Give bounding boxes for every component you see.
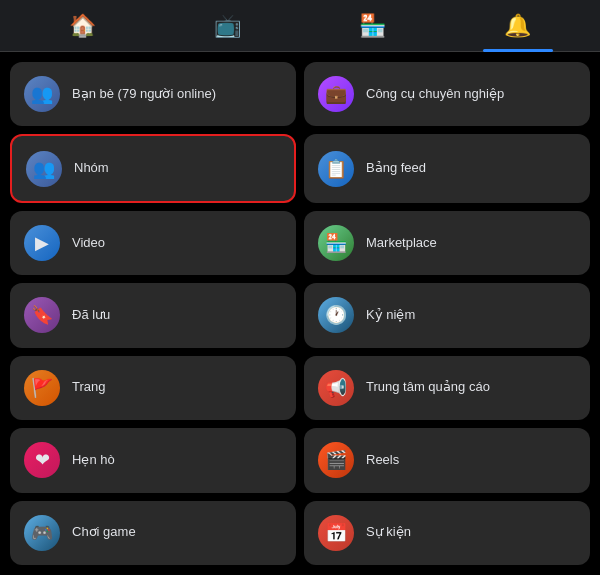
ads-icon: 📢	[318, 370, 354, 406]
saved-icon: 🔖	[24, 297, 60, 333]
friends-icon: 👥	[24, 76, 60, 112]
events-label: Sự kiện	[366, 524, 411, 541]
home-icon: 🏠	[69, 13, 96, 39]
memories-label: Kỷ niệm	[366, 307, 415, 324]
menu-item-professional[interactable]: 💼 Công cụ chuyên nghiệp	[304, 62, 590, 126]
nav-item-notifications[interactable]: 🔔	[483, 4, 553, 48]
professional-icon: 💼	[318, 76, 354, 112]
professional-label: Công cụ chuyên nghiệp	[366, 86, 504, 103]
marketplace-icon: 🏪	[318, 225, 354, 261]
groups-icon: 👥	[26, 151, 62, 187]
friends-label: Bạn bè (79 người online)	[72, 86, 216, 103]
dating-label: Hẹn hò	[72, 452, 115, 469]
groups-label: Nhóm	[74, 160, 109, 177]
menu-item-feed[interactable]: 📋 Bảng feed	[304, 134, 590, 202]
pages-icon: 🚩	[24, 370, 60, 406]
memories-icon: 🕐	[318, 297, 354, 333]
notifications-icon: 🔔	[504, 13, 531, 39]
marketplace-label: Marketplace	[366, 235, 437, 252]
menu-item-video[interactable]: ▶ Video	[10, 211, 296, 275]
feed-label: Bảng feed	[366, 160, 426, 177]
menu-item-dating[interactable]: ❤ Hẹn hò	[10, 428, 296, 492]
menu-item-ads[interactable]: 📢 Trung tâm quảng cáo	[304, 356, 590, 420]
dating-icon: ❤	[24, 442, 60, 478]
events-icon: 📅	[318, 515, 354, 551]
menu-item-memories[interactable]: 🕐 Kỷ niệm	[304, 283, 590, 347]
feed-icon: 📋	[318, 151, 354, 187]
menu-item-saved[interactable]: 🔖 Đã lưu	[10, 283, 296, 347]
nav-item-watch[interactable]: 📺	[193, 4, 263, 48]
top-nav: 🏠📺🏪🔔	[0, 0, 600, 52]
menu-item-reels[interactable]: 🎬 Reels	[304, 428, 590, 492]
gaming-icon: 🎮	[24, 515, 60, 551]
video-icon: ▶	[24, 225, 60, 261]
menu-item-gaming[interactable]: 🎮 Chơi game	[10, 501, 296, 565]
menu-item-groups[interactable]: 👥 Nhóm	[10, 134, 296, 202]
menu-item-marketplace[interactable]: 🏪 Marketplace	[304, 211, 590, 275]
video-label: Video	[72, 235, 105, 252]
watch-icon: 📺	[214, 13, 241, 39]
menu-item-pages[interactable]: 🚩 Trang	[10, 356, 296, 420]
pages-label: Trang	[72, 379, 105, 396]
reels-label: Reels	[366, 452, 399, 469]
marketplace-nav-icon: 🏪	[359, 13, 386, 39]
nav-item-home[interactable]: 🏠	[48, 4, 118, 48]
gaming-label: Chơi game	[72, 524, 136, 541]
saved-label: Đã lưu	[72, 307, 110, 324]
reels-icon: 🎬	[318, 442, 354, 478]
menu-grid: 👥 Bạn bè (79 người online) 💼 Công cụ chu…	[0, 52, 600, 575]
ads-label: Trung tâm quảng cáo	[366, 379, 490, 396]
nav-item-marketplace-nav[interactable]: 🏪	[338, 4, 408, 48]
menu-item-friends[interactable]: 👥 Bạn bè (79 người online)	[10, 62, 296, 126]
menu-item-events[interactable]: 📅 Sự kiện	[304, 501, 590, 565]
